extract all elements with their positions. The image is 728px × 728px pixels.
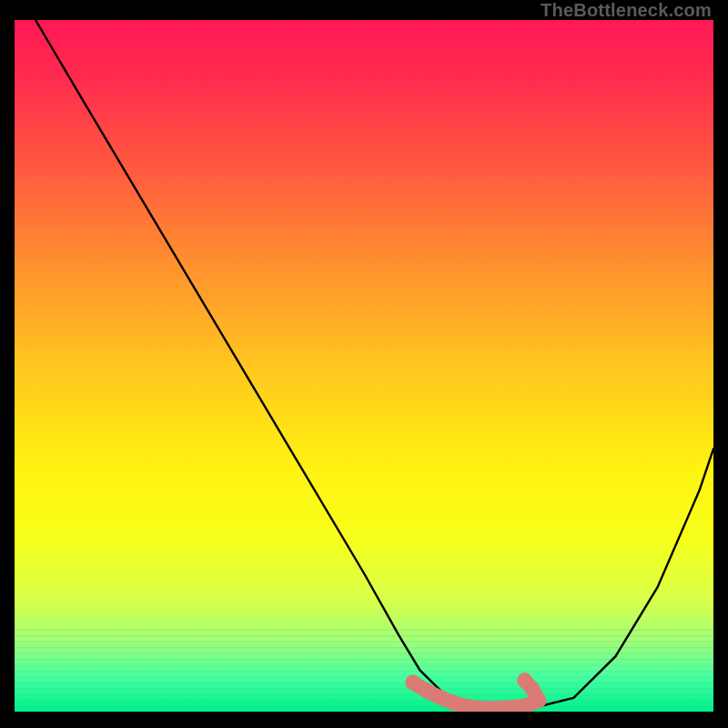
watermark-text: TheBottleneck.com	[541, 0, 712, 21]
svg-rect-2	[15, 694, 713, 695]
svg-rect-5	[15, 677, 713, 678]
svg-rect-8	[15, 659, 713, 660]
svg-rect-9	[15, 653, 713, 654]
svg-rect-4	[15, 682, 713, 683]
svg-rect-10	[15, 647, 713, 648]
svg-point-15	[420, 683, 435, 699]
svg-rect-12	[15, 635, 713, 636]
chart-svg	[15, 20, 713, 712]
svg-rect-3	[15, 689, 713, 690]
plot-area	[15, 20, 713, 712]
primary-curve	[35, 20, 713, 708]
svg-rect-0	[15, 706, 713, 707]
gradient-banding	[15, 630, 713, 708]
svg-rect-1	[15, 701, 713, 702]
svg-point-25	[517, 672, 532, 688]
svg-rect-13	[15, 630, 713, 631]
highlight-markers	[405, 672, 546, 712]
svg-point-14	[405, 675, 420, 691]
chart-frame: TheBottleneck.com	[0, 0, 728, 728]
svg-point-17	[447, 695, 462, 711]
svg-rect-6	[15, 671, 713, 672]
svg-rect-11	[15, 642, 713, 642]
svg-rect-7	[15, 665, 713, 666]
svg-point-16	[433, 690, 449, 705]
